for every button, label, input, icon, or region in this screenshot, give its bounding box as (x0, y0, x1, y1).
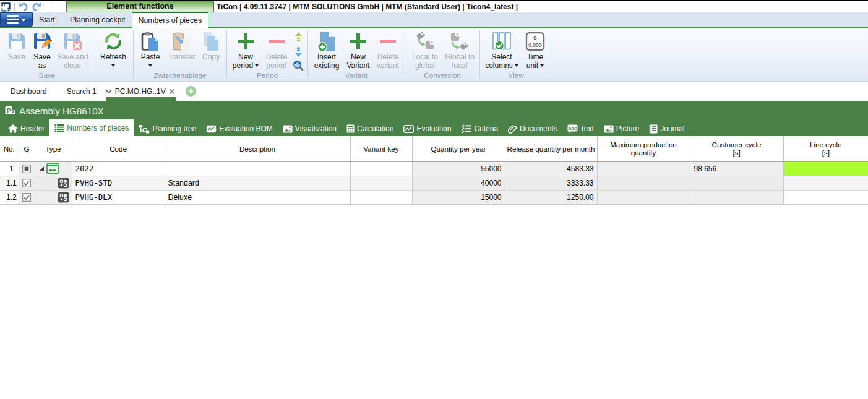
grid-row-variant-std[interactable]: 1.1 (0, 176, 868, 190)
plus-icon (348, 31, 368, 52)
new-period-button[interactable]: New period (230, 30, 262, 70)
panel-tab-calculation[interactable]: Calculation (342, 121, 398, 136)
local-to-global-button[interactable]: Local to global (408, 30, 442, 70)
svg-text:abc: abc (568, 126, 577, 131)
cell-customer-cycle[interactable]: 98.656 (690, 161, 783, 176)
ribbon-group-conversion: Local to global (406, 28, 478, 81)
save-and-close-button[interactable]: Save and close (54, 30, 90, 70)
cell-variant-key[interactable] (350, 176, 412, 190)
delete-variant-button[interactable]: Delete variant (374, 30, 402, 70)
doc-tab-dashboard[interactable]: Dashboard (0, 82, 56, 101)
ribbon-tab-planning-cockpit[interactable]: Planning cockpit (61, 12, 132, 27)
chart-box-icon (206, 125, 217, 133)
doc-tab-search-1[interactable]: Search 1 (56, 82, 100, 101)
ribbon-group-label (96, 72, 131, 81)
cell-description[interactable]: Deluxe (165, 190, 350, 204)
new-variant-button[interactable]: New Variant (343, 30, 374, 70)
checkbox-checked[interactable] (22, 179, 31, 187)
col-header-quantity-per-year[interactable]: Quantity per year (412, 136, 505, 161)
col-header-line-cycle[interactable]: Line cycle[s] (783, 136, 868, 161)
checkbox-checked[interactable] (22, 193, 31, 202)
panel-tab-picture[interactable]: Picture (599, 121, 644, 136)
undo-button[interactable] (19, 2, 28, 12)
close-icon[interactable] (169, 88, 175, 95)
col-header-code[interactable]: Code (72, 136, 165, 161)
ribbon-tab-numbers-of-pieces[interactable]: Numbers of pieces (132, 12, 209, 28)
panel-tab-planning-tree[interactable]: Planning tree (134, 121, 201, 136)
copy-button[interactable]: Copy (198, 30, 224, 62)
col-header-variant-key[interactable]: Variant key (350, 136, 412, 161)
col-header-type[interactable]: Type (35, 136, 72, 161)
ribbon-group-label: Zwischenablage (136, 72, 224, 81)
insert-existing-button[interactable]: Insert existing (311, 30, 343, 70)
cell-g[interactable] (19, 190, 35, 204)
panel-tab-header[interactable]: Header (3, 121, 49, 136)
button-label: Select columns (483, 53, 521, 70)
cell-customer-cycle[interactable] (690, 176, 783, 190)
svg-text:P: P (7, 108, 11, 114)
panel-tab-criteria[interactable]: Criteria (456, 121, 503, 136)
delete-period-button[interactable]: Delete period (262, 30, 291, 70)
col-header-no[interactable]: No. (0, 136, 19, 161)
col-header-max-production[interactable]: Maximum productionquantity (597, 136, 690, 161)
global-to-local-button[interactable]: Global to local (442, 30, 477, 70)
button-label: Insert existing (311, 53, 343, 70)
cell-code[interactable]: PVHG-STD (72, 176, 165, 190)
application-menu-button[interactable] (0, 12, 33, 27)
cell-g[interactable] (19, 161, 35, 176)
panel-tab-visualization[interactable]: Visualization (278, 121, 342, 136)
ribbon-group-view: Select columns s 0.000 Time unit View (481, 28, 551, 81)
cell-variant-key[interactable] (350, 190, 412, 204)
col-header-description[interactable]: Description (165, 136, 350, 161)
grid-row-period[interactable]: 1 (0, 161, 868, 176)
transfer-button[interactable]: Transfer (165, 30, 198, 62)
cell-quantity-per-year: 15000 (412, 190, 505, 204)
plus-icon (236, 31, 256, 52)
cell-line-cycle[interactable] (783, 161, 868, 176)
select-columns-button[interactable]: Select columns (483, 30, 521, 70)
panel-tab-documents[interactable]: Documents (503, 121, 562, 136)
cell-code[interactable]: PVHG-DLX (72, 190, 165, 204)
panel-tab-numbers-of-pieces[interactable]: Numbers of pieces (49, 119, 134, 136)
abc-icon: abc (567, 124, 578, 133)
save-as-button[interactable]: Save as (30, 30, 54, 70)
zoom-button[interactable] (293, 59, 304, 72)
cell-description[interactable]: Standard (165, 176, 350, 190)
paste-button[interactable]: Paste (136, 30, 165, 67)
cell-variant-key[interactable] (350, 161, 412, 176)
grid-row-variant-dlx[interactable]: 1.2 (0, 190, 868, 204)
checkbox-indeterminate[interactable] (22, 165, 31, 173)
panel-tab-label: Calculation (357, 124, 393, 133)
button-label: Paste (136, 53, 165, 62)
save-button[interactable]: Save (4, 30, 30, 62)
panel-tab-journal[interactable]: Journal (644, 121, 689, 136)
panel-tab-text[interactable]: abc Text (562, 121, 599, 136)
col-header-release-quantity[interactable]: Release quantity per month (505, 136, 597, 161)
floppy-close-icon (62, 31, 82, 52)
move-up-button[interactable] (293, 31, 304, 43)
time-unit-button[interactable]: s 0.000 Time unit (521, 30, 549, 70)
cell-line-cycle[interactable] (783, 190, 868, 204)
arrow-up-icon (294, 32, 303, 43)
expand-collapse-icon[interactable] (39, 166, 45, 171)
panel-tab-label: Picture (616, 124, 639, 133)
redo-button[interactable] (32, 2, 41, 12)
col-header-g[interactable]: G (19, 136, 35, 161)
clipboard-paste-icon (140, 31, 160, 52)
move-down-button[interactable] (293, 45, 304, 58)
panel-tab-evaluation[interactable]: Evaluation (398, 121, 456, 136)
panel-tab-evaluation-bom[interactable]: Evaluation BOM (201, 121, 278, 136)
chevron-down-icon (105, 89, 112, 93)
cell-g[interactable] (19, 176, 35, 190)
cell-customer-cycle[interactable] (690, 190, 783, 204)
cell-code[interactable]: 2022 (72, 161, 165, 176)
time-unit-icon: s 0.000 (525, 31, 545, 52)
variant-type-icon (58, 178, 69, 189)
cell-description[interactable] (165, 161, 350, 176)
contextual-tab-element-functions[interactable]: Element functions (66, 1, 214, 12)
refresh-button[interactable]: Refresh (96, 30, 131, 67)
cell-line-cycle[interactable] (783, 176, 868, 190)
new-tab-button[interactable] (186, 86, 196, 97)
ribbon-tab-start[interactable]: Start (33, 12, 61, 27)
col-header-customer-cycle[interactable]: Customer cycle[s] (690, 136, 783, 161)
